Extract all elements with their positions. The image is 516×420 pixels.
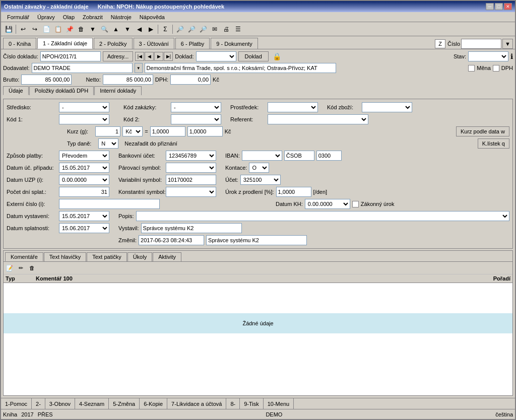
tab-6-platby[interactable]: 6 - Platby	[175, 38, 210, 49]
tb-redo[interactable]: ↪	[29, 24, 40, 35]
minimize-button[interactable]: ─	[486, 3, 494, 10]
tb-delete[interactable]: 🗑	[76, 24, 87, 35]
stav-select[interactable]	[468, 51, 508, 61]
tb-find2[interactable]: 🔎	[186, 24, 197, 35]
tab-z[interactable]: Z	[435, 39, 445, 48]
tab-9-dokumenty[interactable]: 9 - Dokumenty	[211, 38, 258, 49]
externi-input[interactable]	[59, 199, 160, 209]
menu-napoveda[interactable]: Nápověda	[136, 13, 169, 21]
kod1-select[interactable]	[59, 114, 109, 124]
konstantni-select[interactable]	[166, 187, 216, 197]
tab-3-uctovani[interactable]: 3 - Účtování	[134, 38, 174, 49]
zpusob-platby-select[interactable]: Převodem	[59, 151, 109, 161]
status-5-zmena[interactable]: 5-Změna	[109, 398, 140, 409]
vystavil-input[interactable]	[141, 223, 242, 233]
status-3-obnov[interactable]: 3-Obnov	[45, 398, 75, 409]
iban-select[interactable]	[242, 151, 282, 161]
tb-new[interactable]: 📄	[41, 24, 52, 35]
datum-uzp-select[interactable]: 0.00.0000	[59, 175, 109, 185]
kod-zakazky-select[interactable]: -	[171, 102, 221, 112]
inner-tab-polozky-dph[interactable]: Položky dokladů DPH	[29, 86, 94, 95]
referent-select[interactable]	[268, 114, 368, 124]
stav-info-icon[interactable]: ℹ	[510, 52, 513, 60]
pocet-dnu-input[interactable]	[59, 187, 109, 197]
status-1-pomoc[interactable]: 1-Pomoc	[1, 398, 32, 409]
inner-tab-interni[interactable]: Interní doklady	[94, 86, 142, 95]
datum-vystaveni-select[interactable]: 15.05.2017	[59, 211, 109, 221]
comment-tb-edit[interactable]: ✏	[16, 263, 26, 273]
bankovni-ucet-select[interactable]: 123456789	[166, 151, 216, 161]
doklad-select[interactable]	[196, 51, 236, 61]
status-6-kopie[interactable]: 6-Kopie	[140, 398, 167, 409]
kod2-select[interactable]	[171, 114, 221, 124]
dodavatel-arrow[interactable]: ▼	[135, 63, 143, 73]
urok-input[interactable]	[276, 187, 311, 197]
comment-tab-ukoly[interactable]: Úkoly	[127, 252, 153, 261]
dph-input[interactable]	[170, 75, 211, 85]
menu-zobrazit[interactable]: Zobrazit	[79, 13, 107, 21]
kurz-input[interactable]	[95, 126, 120, 136]
comment-tb-add[interactable]: 📝	[5, 263, 15, 273]
datum-uc-select[interactable]: 15.05.2017	[59, 163, 109, 173]
klistek-button[interactable]: K.lístek q	[478, 138, 509, 149]
tab-0-kniha[interactable]: 0 - Kniha	[3, 38, 36, 49]
menu-nastroje[interactable]: Nástroje	[107, 13, 136, 21]
tb-search[interactable]: 🔍	[99, 24, 110, 35]
tb-copy[interactable]: 📋	[52, 24, 63, 35]
nav-first[interactable]: |◀	[135, 52, 144, 61]
tab-1-zakladni[interactable]: 1 - Základní údaje	[37, 38, 93, 49]
typ-dane-select[interactable]: N	[98, 138, 118, 149]
tb-down[interactable]: ▼	[122, 24, 133, 35]
comment-tab-komentare[interactable]: Komentáře	[5, 252, 43, 261]
parovaci-select[interactable]	[166, 163, 216, 173]
prostredek-select[interactable]	[268, 102, 318, 112]
tb-save[interactable]: 💾	[3, 24, 14, 35]
cislo-dokladu-input[interactable]	[40, 51, 101, 61]
cislo-arrow[interactable]: ▼	[502, 39, 513, 49]
dodavatel-input[interactable]	[32, 63, 133, 73]
tab-2-polozky[interactable]: 2 - Položky	[94, 38, 132, 49]
dph-checkbox[interactable]	[493, 65, 499, 72]
datum-splatnosti-select[interactable]: 15.06.2017	[59, 223, 109, 233]
variabilni-input[interactable]	[166, 175, 216, 185]
status-8[interactable]: 8-	[226, 398, 240, 409]
comment-tab-paticky[interactable]: Text patičky	[87, 252, 126, 261]
close-button[interactable]: ✕	[504, 3, 512, 10]
datum-kh-select[interactable]: 0.00.0000	[305, 199, 350, 209]
status-9-tisk[interactable]: 9-Tisk	[240, 398, 264, 409]
tb-up[interactable]: ▲	[110, 24, 121, 35]
maximize-button[interactable]: □	[495, 3, 503, 10]
menu-olap[interactable]: Olap	[59, 13, 79, 21]
kurz-val2-input[interactable]	[187, 126, 223, 136]
zakonny-urok-checkbox[interactable]	[352, 201, 359, 207]
tb-calc[interactable]: Σ	[160, 24, 171, 35]
dodavatel-desc-input[interactable]	[145, 63, 336, 73]
bank-code-input[interactable]	[316, 151, 342, 161]
tb-arrow-right[interactable]: ▶	[145, 24, 156, 35]
stredisko-select[interactable]: -	[59, 102, 109, 112]
status-4-seznam[interactable]: 4-Seznam	[75, 398, 109, 409]
menu-formular[interactable]: Formulář	[3, 13, 33, 21]
comment-tab-aktivity[interactable]: Aktivity	[153, 252, 181, 261]
popis-select[interactable]	[136, 211, 509, 221]
kurz-val1-input[interactable]	[150, 126, 185, 136]
mena-checkbox[interactable]	[468, 65, 475, 72]
tb-arrow-left[interactable]: ◀	[134, 24, 145, 35]
tb-find1[interactable]: 🔎	[174, 24, 185, 35]
ucet-select[interactable]: 325100	[240, 175, 281, 185]
kod-zbozi-select[interactable]	[362, 102, 412, 112]
status-2[interactable]: 2-	[32, 398, 45, 409]
tb-options[interactable]: ☰	[232, 24, 243, 35]
nav-last[interactable]: ▶|	[164, 52, 173, 61]
brutto-input[interactable]	[21, 75, 72, 85]
netto-input[interactable]	[103, 75, 153, 85]
menu-upravy[interactable]: Úpravy	[33, 13, 59, 21]
kurz-date-button[interactable]: Kurz podle data w	[456, 126, 509, 136]
tb-undo[interactable]: ↩	[18, 24, 29, 35]
comment-tab-hlavicky[interactable]: Text hlavičky	[44, 252, 86, 261]
nav-next[interactable]: ▶	[154, 52, 163, 61]
kontace-select[interactable]: O	[249, 163, 269, 173]
tb-mail[interactable]: ✉	[209, 24, 220, 35]
nav-prev[interactable]: ◀	[145, 52, 154, 61]
tb-print[interactable]: 🖨	[221, 24, 232, 35]
